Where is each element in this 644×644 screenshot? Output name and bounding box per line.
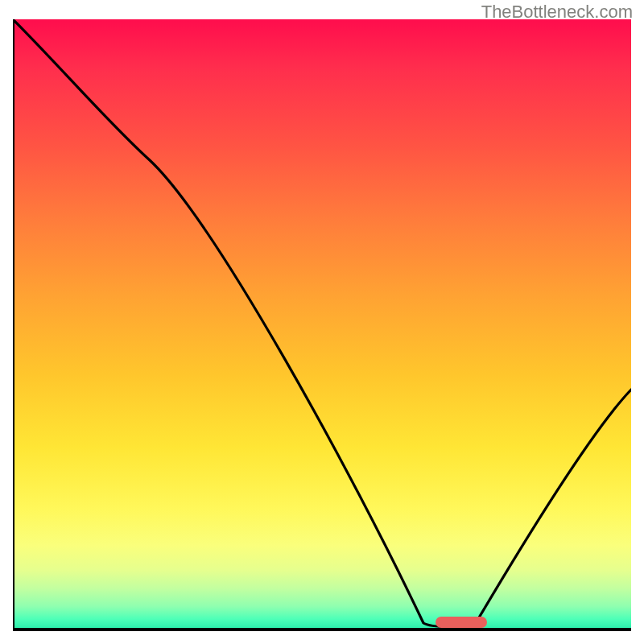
chart-stage: TheBottleneck.com <box>0 0 644 644</box>
plot-area <box>13 19 631 631</box>
background-gradient <box>13 19 631 631</box>
optimal-marker <box>436 617 487 628</box>
